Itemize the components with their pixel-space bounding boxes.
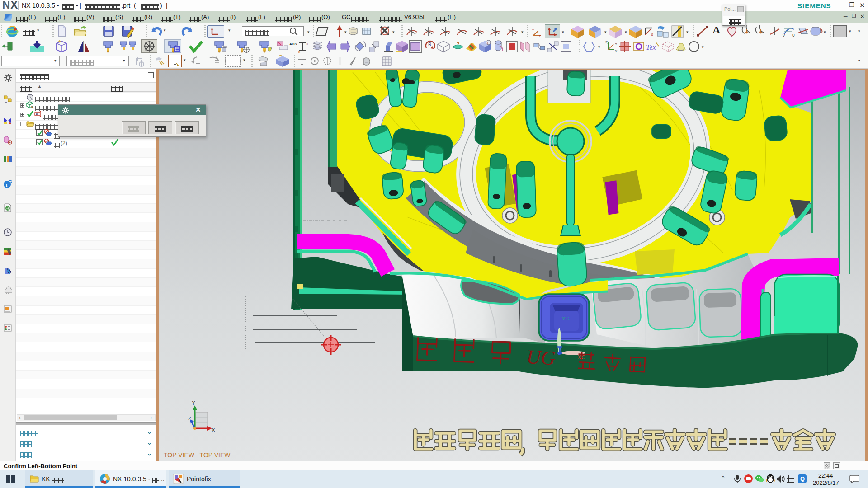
svg-text:x: x [651,32,653,37]
svg-text:Y: Y [615,42,618,46]
svg-text:YC: YC [562,316,569,321]
svg-text:UG: UG [526,346,556,369]
svg-text:Y: Y [192,400,195,406]
svg-text:i: i [487,41,488,45]
svg-text:x: x [298,50,300,53]
svg-text:X: X [615,49,618,53]
svg-text:Z: Z [605,40,608,44]
svg-text:U: U [792,33,795,37]
svg-text:V: V [783,33,785,37]
svg-text:R: R [428,42,431,47]
svg-text:x: x [306,42,308,46]
svg-text:Z: Z [188,416,191,421]
svg-text:TOP VIEW TOP VIEW: TOP VIEW TOP VIEW [164,451,231,459]
svg-text:X: X [212,427,215,433]
svg-text:Tex: Tex [646,43,656,51]
